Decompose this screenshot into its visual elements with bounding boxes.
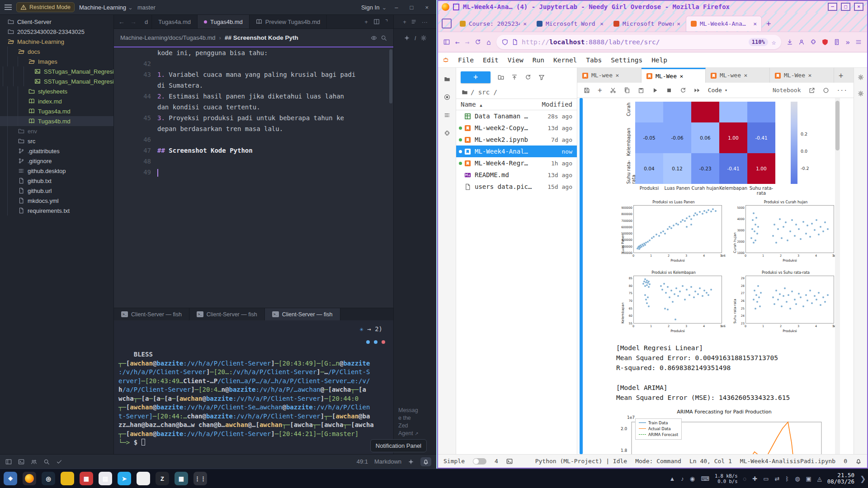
run-all-icon[interactable]: [694, 87, 700, 94]
ff-close-button[interactable]: ×: [854, 3, 863, 11]
new-tab-icon[interactable]: +: [364, 19, 368, 25]
restart-kernel-icon[interactable]: [680, 87, 686, 94]
menu-settings[interactable]: Settings: [606, 55, 647, 66]
menu-view[interactable]: View: [503, 55, 528, 66]
tree-item-202523430028-23343025[interactable]: 202523430028-23343025: [0, 27, 113, 37]
taskbar-app-steam[interactable]: ◎: [42, 472, 55, 485]
tray-icon[interactable]: ◌: [743, 475, 746, 482]
menu-kernel[interactable]: Kernel: [549, 55, 581, 66]
ublock-icon[interactable]: [822, 39, 828, 45]
tree-item-src[interactable]: src: [0, 136, 113, 146]
editor-line[interactable]: 48: [114, 156, 393, 167]
editor-line[interactable]: 47## Screenshot Kode Python: [114, 145, 393, 156]
stop-icon[interactable]: [666, 87, 672, 94]
editor-line[interactable]: kode ini, pengguna bisa tahu:: [114, 47, 393, 58]
language-selector[interactable]: Markdown: [374, 458, 401, 465]
notebook-tab-ml-week2-ip[interactable]: ML-week2.ip×: [577, 68, 642, 83]
tree-item-tugas4b.md[interactable]: Tugas4b.md: [0, 116, 113, 126]
tray-icon[interactable]: ◍: [795, 475, 800, 482]
tree-item-docs[interactable]: docs: [0, 47, 113, 56]
panel-edge-chevron[interactable]: ❯: [860, 471, 864, 486]
taskbar-app-zed[interactable]: Z: [156, 472, 169, 485]
cursor-position[interactable]: 49:1: [357, 458, 368, 465]
file-row-users-data-pic-[interactable]: users_data.pic…15d ago: [456, 181, 577, 192]
taskbar-app-app-launcher[interactable]: ❖: [4, 472, 17, 485]
editor-line[interactable]: 49: [114, 167, 393, 178]
maximize-button[interactable]: □: [406, 4, 417, 11]
inline-assist-icon[interactable]: [404, 35, 410, 41]
menu-icon[interactable]: [855, 39, 862, 45]
run-icon[interactable]: [652, 87, 658, 94]
overflow-chevron-icon[interactable]: »: [845, 38, 850, 47]
zoom-level-badge[interactable]: 110%: [749, 38, 768, 46]
add-cell-icon[interactable]: +: [598, 86, 602, 94]
tree-item-mkdocs.yml[interactable]: mkdocs.yml: [0, 196, 113, 206]
notification-count[interactable]: 0: [844, 458, 847, 465]
more-icon[interactable]: ···: [422, 19, 428, 25]
notification-panel-icon[interactable]: [420, 457, 431, 466]
tray-icon[interactable]: ◬: [817, 475, 822, 482]
filter-icon[interactable]: [538, 74, 545, 80]
tree-item-env[interactable]: env: [0, 126, 113, 136]
browser-tab[interactable]: Course: 2025234300×: [455, 16, 531, 31]
history-icon[interactable]: [411, 19, 417, 25]
toolbar-more-icon[interactable]: ···: [837, 87, 847, 94]
tray-icon[interactable]: ◉: [690, 475, 695, 482]
project-switcher[interactable]: Machine-Learning⌄: [79, 4, 133, 11]
tree-item-.gitignore[interactable]: .gitignore: [0, 156, 113, 166]
preview-eye-icon[interactable]: [371, 35, 377, 41]
sidebar-toggle-icon[interactable]: [443, 39, 450, 45]
menu-help[interactable]: Help: [647, 55, 672, 66]
nav-forward-icon[interactable]: →: [130, 18, 137, 25]
project-panel-icon[interactable]: [5, 459, 12, 465]
tree-item-images[interactable]: Images: [0, 56, 113, 66]
container-tab-icon[interactable]: [442, 19, 452, 28]
tray-icon[interactable]: ▲: [669, 475, 675, 482]
app-menu-icon[interactable]: [5, 5, 12, 10]
toc-icon[interactable]: [444, 112, 450, 118]
tree-item-.gitattributes[interactable]: .gitattributes: [0, 146, 113, 156]
notebook-content[interactable]: -0.05-0.060.061.00-0.410.040.12-0.23-0.4…: [577, 98, 854, 454]
bookmark-star-icon[interactable]: ☆: [772, 38, 776, 47]
sign-in-button[interactable]: Sign In⌄: [361, 4, 387, 11]
tree-item-index.md[interactable]: index.md: [0, 96, 113, 106]
simple-mode-toggle[interactable]: [473, 458, 486, 465]
new-launcher-button[interactable]: +: [461, 71, 491, 83]
editor-line[interactable]: dan kondisi cuaca tertentu.: [114, 102, 393, 113]
editor-line[interactable]: 453. Proyeksi produksi padi untuk bebera…: [114, 113, 393, 123]
new-folder-icon[interactable]: [498, 74, 504, 80]
search-icon[interactable]: [43, 459, 50, 465]
tree-item-requirements.txt[interactable]: requirements.txt: [0, 206, 113, 216]
clock[interactable]: 21.5008/03/26: [827, 472, 854, 485]
home-icon[interactable]: ⌂: [486, 38, 491, 47]
terminal-tab[interactable]: >_Client-Server — fish: [189, 308, 265, 320]
browser-tab[interactable]: Microsoft Word - Do×: [532, 16, 608, 31]
split-icon[interactable]: [373, 19, 380, 25]
kernel-status-icon[interactable]: [823, 87, 829, 94]
editor[interactable]: kode ini, pengguna bisa tahu:42431. Vari…: [114, 47, 393, 308]
new-thread-icon[interactable]: +: [403, 19, 406, 25]
tray-icon[interactable]: ♪: [681, 475, 684, 482]
property-inspector-icon[interactable]: [858, 74, 864, 80]
file-breadcrumb[interactable]: / src /: [456, 87, 577, 99]
menu-edit[interactable]: Edit: [478, 55, 503, 66]
browser-tab[interactable]: ML-Week4-Ana… (4)×: [686, 16, 762, 31]
taskbar-app-app-white-red[interactable]: ▤: [99, 472, 112, 485]
menu-run[interactable]: Run: [528, 55, 549, 66]
status-terminal-icon[interactable]: [506, 458, 513, 465]
editor-tab-tugas4b-md[interactable]: Tugas4b.md: [198, 15, 250, 28]
tree-item-tugas4a.md[interactable]: Tugas4a.md: [0, 106, 113, 116]
file-row-readme-md[interactable]: README.md13d ago: [456, 169, 577, 181]
terminal-tab[interactable]: >_Client-Server — fish: [114, 308, 189, 320]
nav-back-icon[interactable]: ←: [118, 18, 125, 25]
tree-item-github.desktop[interactable]: github.desktop: [0, 166, 113, 176]
terminal[interactable]: ✳ → 2) BLESS┬─[awchan@bazzite:/v/h/a/P/C…: [114, 320, 393, 454]
taskbar-app-app-yellow[interactable]: [61, 472, 74, 485]
editor-line[interactable]: 42: [114, 58, 393, 69]
account-icon[interactable]: [798, 39, 805, 45]
cell-type-dropdown[interactable]: Code▾: [708, 87, 727, 94]
ff-maximize-button[interactable]: □: [841, 3, 850, 11]
zoom-pane-icon[interactable]: ⌝: [385, 19, 388, 25]
tree-item-client-server[interactable]: Client-Server: [0, 17, 113, 27]
file-list-header[interactable]: Name ▲ Modified: [456, 99, 577, 110]
